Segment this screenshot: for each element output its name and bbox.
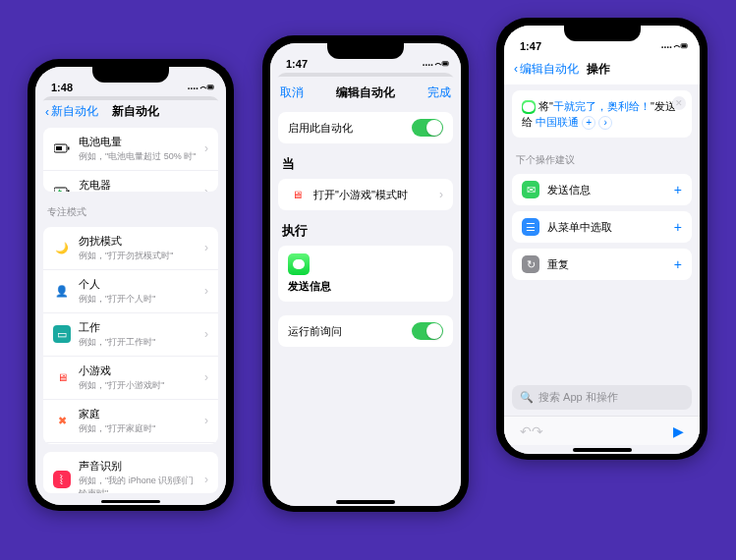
expand-icon[interactable]: › (598, 116, 612, 130)
row-sound[interactable]: ⦚声音识别例如，"我的 iPhone 识别到门铃声时"› (43, 452, 218, 493)
svg-rect-7 (56, 146, 62, 150)
signal-icon (422, 58, 449, 70)
do-heading: 执行 (270, 214, 461, 242)
notch (327, 43, 404, 59)
suggest-header: 下个操作建议 (504, 143, 700, 171)
action-sentence[interactable]: ✕ 将"干就完了，奥利给！"发送给 中国联通 + › (512, 90, 692, 138)
messages-app-icon (288, 253, 310, 275)
svg-point-11 (423, 64, 425, 66)
chevron-right-icon: › (204, 241, 208, 254)
suggestion-repeat[interactable]: ↻重复+ (512, 249, 692, 280)
suggestion-menu[interactable]: ☰从菜单中选取+ (512, 211, 692, 243)
run-button[interactable]: ▶ (673, 423, 684, 439)
svg-point-14 (431, 64, 433, 66)
signal-icon (660, 40, 688, 52)
navbar: 取消 编辑自动化 完成 (270, 77, 461, 108)
badge-icon: ▭ (53, 325, 71, 343)
add-icon[interactable]: + (674, 182, 682, 197)
repeat-icon: ↻ (522, 255, 539, 273)
row-charger[interactable]: 充电器例如，"iPhone 接入电源时" › (43, 171, 218, 192)
done-button[interactable]: 完成 (427, 84, 451, 101)
svg-point-18 (664, 46, 666, 48)
svg-point-2 (194, 87, 196, 89)
undo-icon[interactable]: ↶ (520, 423, 532, 439)
chevron-right-icon: › (204, 141, 208, 155)
chevron-right-icon: › (204, 370, 208, 384)
action-card[interactable]: 发送信息 (278, 246, 453, 302)
remove-action-icon[interactable]: ✕ (672, 96, 686, 110)
row-enable: 启用此自动化 (278, 112, 453, 143)
search-placeholder: 搜索 App 和操作 (538, 390, 618, 405)
svg-point-20 (670, 46, 672, 48)
group-power: 电池电量例如，"电池电量超过 50% 时" › 充电器例如，"iPhone 接入… (43, 128, 218, 192)
notch (564, 26, 641, 41)
message-text-token[interactable]: 干就完了，奥利给！ (553, 100, 651, 112)
row-ask: 运行前询问 (278, 315, 453, 347)
add-recipient-icon[interactable]: + (582, 116, 595, 130)
svg-point-3 (197, 87, 198, 89)
svg-rect-8 (68, 147, 70, 150)
row-personal[interactable]: 👤个人例如，"打开个人时"› (43, 270, 218, 313)
svg-rect-10 (68, 191, 70, 192)
nav-title: 编辑自动化 (304, 84, 427, 101)
add-icon[interactable]: + (674, 256, 682, 272)
svg-point-12 (425, 64, 427, 66)
display-icon: 🖥 (288, 186, 306, 203)
home-indicator[interactable] (336, 500, 395, 504)
charger-icon (53, 183, 71, 192)
recipient-token[interactable]: 中国联通 (536, 116, 579, 128)
row-minigame[interactable]: 🖥小游戏例如，"打开小游戏时"› (43, 357, 218, 400)
row-dnd[interactable]: 🌙勿扰模式例如，"打开勿扰模式时"› (43, 227, 218, 270)
row-work[interactable]: ▭工作例如，"打开工作时"› (43, 313, 218, 357)
home-indicator[interactable] (573, 448, 632, 452)
battery-icon (53, 140, 71, 157)
row-when[interactable]: 🖥 打开"小游戏"模式时 › (278, 179, 453, 210)
enable-toggle[interactable] (412, 119, 443, 137)
svg-point-19 (667, 46, 669, 48)
search-input[interactable]: 🔍 搜索 App 和操作 (512, 385, 692, 410)
chevron-right-icon: › (204, 284, 208, 298)
svg-rect-9 (54, 188, 67, 192)
row-battery[interactable]: 电池电量例如，"电池电量超过 50% 时" › (43, 128, 218, 171)
chevron-right-icon: › (204, 414, 208, 427)
signal-icon (187, 82, 214, 93)
suggestion-send-message[interactable]: ✉发送信息+ (512, 174, 692, 205)
group-sound: ⦚声音识别例如，"我的 iPhone 识别到门铃声时"› (43, 452, 218, 493)
back-button[interactable]: ‹ 新自动化 (45, 103, 98, 120)
status-time: 1:47 (520, 40, 541, 52)
home-indicator[interactable] (101, 500, 160, 503)
nav-title: 操作 (587, 61, 680, 78)
messages-app-icon (522, 100, 536, 114)
chevron-right-icon: › (204, 327, 208, 341)
tools-icon: ✖︎ (53, 412, 71, 429)
svg-rect-5 (208, 85, 213, 88)
cancel-button[interactable]: 取消 (280, 84, 304, 101)
nav-title: 新自动化 (98, 103, 173, 120)
menu-icon: ☰ (522, 218, 539, 236)
svg-point-0 (188, 87, 190, 89)
navbar: ‹ 编辑自动化 操作 (504, 53, 700, 84)
waveform-icon: ⦚ (53, 471, 71, 488)
back-button[interactable]: ‹ 编辑自动化 (514, 61, 579, 78)
toolbar: ↶ ↷ ▶ (504, 416, 700, 445)
action-title: 发送信息 (288, 279, 443, 294)
row-game[interactable]: 🚀游戏例如，"打开游戏时"› (43, 443, 218, 444)
redo-icon[interactable]: ↷ (532, 423, 543, 439)
search-icon: 🔍 (520, 391, 534, 404)
section-focus-label: 专注模式 (35, 196, 226, 223)
ask-toggle[interactable] (412, 322, 443, 340)
phone-new-automation: 1:48 ‹ 新自动化 新自动化 电池电量例如，"电池电量超过 50% 时" (28, 59, 234, 511)
row-home[interactable]: ✖︎家庭例如，"打开家庭时"› (43, 400, 218, 443)
notch (92, 67, 169, 83)
chevron-right-icon: › (204, 185, 208, 192)
svg-rect-16 (443, 62, 448, 65)
moon-icon: 🌙 (53, 239, 71, 256)
person-icon: 👤 (53, 282, 71, 300)
phone-edit-automation: 1:47 取消 编辑自动化 完成 启用此自动化 当 🖥 打开"小游戏"模式时 (262, 35, 469, 512)
add-icon[interactable]: + (674, 219, 682, 235)
phone-actions: 1:47 ‹ 编辑自动化 操作 ✕ 将"干就完了，奥利给！"发送给 中国联通 +… (496, 18, 708, 460)
status-time: 1:48 (51, 82, 73, 93)
svg-point-13 (428, 64, 430, 66)
chevron-right-icon: › (204, 473, 208, 486)
message-icon: ✉ (522, 181, 539, 198)
